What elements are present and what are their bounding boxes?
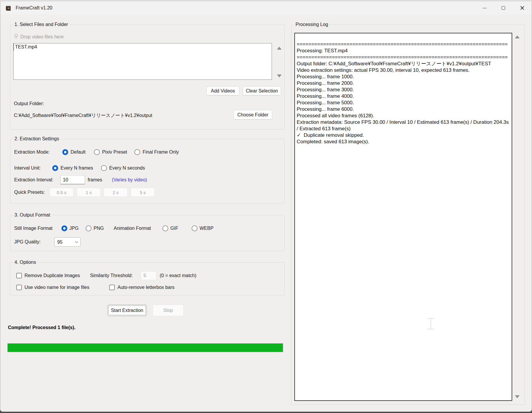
choose-folder-button[interactable]: Choose Folder	[234, 110, 272, 120]
app-icon	[5, 5, 12, 11]
jpg-quality-value: 95	[57, 239, 63, 245]
window-title: FrameCraft v1.20	[16, 5, 52, 11]
section2-title: 2. Extraction Settings	[13, 136, 61, 142]
radio-png-label: PNG	[94, 226, 104, 231]
quick-presets-label: Quick Presets:	[14, 190, 45, 195]
radio-every-n-seconds[interactable]	[101, 165, 107, 171]
add-videos-button[interactable]: Add Videos	[206, 86, 239, 95]
similarity-threshold-input[interactable]: 5	[141, 271, 156, 280]
log-text: ========================================…	[295, 33, 512, 146]
radio-mode-final-frame-label: Final Frame Only	[143, 149, 179, 155]
radio-gif-label: GIF	[170, 226, 178, 231]
animation-format-label: Animation Format	[114, 226, 151, 231]
close-icon	[520, 6, 524, 10]
drop-zone-hint: Drop video files here	[14, 34, 64, 40]
radio-mode-pixiv-label: Pixiv Preset	[102, 149, 127, 155]
varies-by-video-note: (Varies by video)	[112, 177, 147, 183]
radio-mode-pixiv[interactable]	[94, 149, 100, 155]
radio-mode-default[interactable]	[62, 149, 68, 155]
remove-duplicates-label: Remove Duplicate Images	[25, 273, 80, 278]
interval-suffix-label: frames	[88, 177, 102, 183]
extraction-mode-label: Extraction Mode:	[14, 149, 50, 155]
list-item[interactable]: TEST.mp4	[14, 43, 272, 51]
preset-1s-button[interactable]: 1 s	[77, 188, 101, 197]
section4-title: 4. Options	[13, 260, 37, 265]
video-file-list[interactable]: TEST.mp4	[13, 43, 272, 80]
video-name-checkbox[interactable]	[16, 285, 22, 290]
radio-jpg[interactable]	[61, 225, 67, 231]
radio-jpg-label: JPG	[69, 226, 79, 231]
remove-duplicates-checkbox[interactable]	[16, 273, 22, 279]
similarity-threshold-label: Similarity Threshold:	[90, 273, 133, 278]
stop-button[interactable]: Stop	[153, 305, 184, 316]
section1-title: 1. Select Files and Folder	[13, 22, 69, 27]
progress-fill	[8, 344, 283, 352]
close-button[interactable]	[513, 1, 532, 14]
radio-gif[interactable]	[162, 225, 168, 231]
radio-mode-final-frame[interactable]	[134, 149, 140, 155]
log-scroll-up-icon[interactable]	[515, 35, 520, 38]
section-processing-log: Processing Log =========================…	[291, 25, 525, 405]
interval-unit-label: Interval Unit:	[14, 165, 41, 171]
window-controls	[475, 1, 532, 14]
section3-title: 3. Output Format	[13, 212, 52, 218]
radio-every-n-seconds-label: Every N seconds	[109, 165, 145, 171]
log-scroll-down-icon[interactable]	[515, 395, 520, 398]
log-title: Processing Log	[294, 22, 329, 27]
maximize-icon	[502, 6, 505, 10]
lightbulb-icon	[14, 34, 18, 40]
radio-png[interactable]	[86, 225, 92, 231]
list-scroll-down-icon[interactable]	[277, 74, 282, 77]
jpg-quality-label: JPG Quality:	[14, 239, 41, 245]
jpg-quality-select[interactable]: 95	[54, 238, 81, 247]
similarity-hint: (0 = exact match)	[160, 273, 196, 278]
status-text: Complete! Processed 1 file(s).	[8, 325, 76, 330]
list-scroll-up-icon[interactable]	[277, 47, 282, 50]
preset-5s-button[interactable]: 5 s	[131, 188, 155, 197]
radio-mode-default-label: Default	[71, 149, 86, 155]
log-textarea[interactable]: ========================================…	[294, 33, 512, 401]
preset-05s-button[interactable]: 0.5 s	[50, 188, 74, 197]
chevron-down-icon	[75, 240, 78, 243]
screen: FrameCraft v1.20 1. Select Files and Fol…	[0, 0, 532, 413]
minimize-button[interactable]	[475, 1, 494, 14]
letterbox-label: Auto-remove letterbox bars	[118, 285, 174, 290]
section-select-files: 1. Select Files and Folder Drop video fi…	[10, 25, 285, 130]
app-window: FrameCraft v1.20 1. Select Files and Fol…	[0, 1, 532, 412]
maximize-button[interactable]	[494, 1, 513, 14]
still-image-format-label: Still Image Format	[14, 226, 53, 231]
section-options: 4. Options Remove Duplicate Images Simil…	[10, 262, 285, 295]
output-folder-label: Output Folder:	[14, 101, 44, 106]
progress-bar	[7, 343, 283, 352]
text-cursor	[427, 318, 434, 330]
clear-selection-button[interactable]: Clear Selection	[243, 86, 281, 95]
extraction-interval-input[interactable]: 10	[60, 175, 85, 185]
extraction-interval-label: Extraction Interval:	[14, 177, 53, 183]
section-output-format: 3. Output Format Still Image Format JPG …	[10, 215, 285, 251]
output-folder-path: C:¥Add_Software¥Tool¥FrameCraft¥リリースノート¥…	[14, 113, 152, 119]
start-extraction-button[interactable]: Start Extraction	[107, 305, 147, 316]
video-name-label: Use video name for image files	[25, 285, 89, 290]
radio-webp-label: WEBP	[200, 226, 213, 231]
drop-hint-text: Drop video files here	[20, 34, 64, 40]
radio-webp[interactable]	[192, 225, 198, 231]
section-extraction-settings: 2. Extraction Settings Extraction Mode: …	[10, 139, 285, 203]
letterbox-checkbox[interactable]	[109, 285, 115, 290]
minimize-icon	[483, 8, 487, 8]
preset-2s-button[interactable]: 2 s	[104, 188, 128, 197]
radio-every-n-frames-label: Every N frames	[61, 165, 93, 171]
titlebar[interactable]: FrameCraft v1.20	[0, 1, 532, 14]
radio-every-n-frames[interactable]	[52, 165, 58, 171]
